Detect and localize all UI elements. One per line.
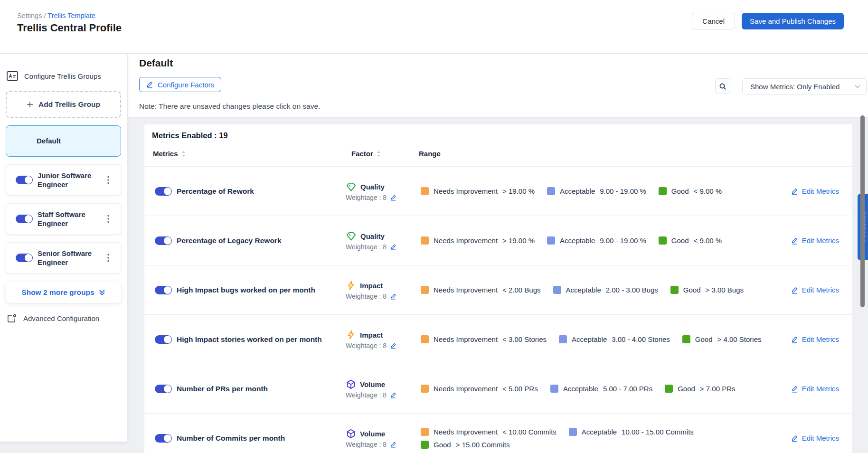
box-gear-icon xyxy=(7,313,17,323)
range-chip-acceptable: Acceptable5.00 - 7.00 PRs xyxy=(550,385,652,393)
range-chip-good: Good< 9.00 % xyxy=(659,187,722,195)
edit-metrics-link[interactable]: Edit Metrics xyxy=(791,364,839,413)
range-value: 9.00 - 19.00 % xyxy=(600,236,646,245)
sort-icon[interactable] xyxy=(181,151,186,157)
group-label-default: Default xyxy=(37,136,103,146)
chevron-down-icon xyxy=(855,85,860,88)
range-value: < 9.00 % xyxy=(694,187,722,195)
show-more-groups-button[interactable]: Show 2 more groups xyxy=(6,282,121,303)
range-swatch-acceptable xyxy=(553,286,561,294)
edit-weightage-icon[interactable] xyxy=(390,194,396,201)
breadcrumb-settings[interactable]: Settings xyxy=(17,12,42,19)
metric-enabled-toggle[interactable] xyxy=(155,187,172,196)
weightage-value: Weightage : 8 xyxy=(346,441,387,448)
save-and-publish-button[interactable]: Save and Publish Changes xyxy=(742,13,844,29)
kebab-menu-icon[interactable] xyxy=(104,174,113,186)
metric-name: Number of PRs per month xyxy=(177,364,340,413)
metric-enabled-toggle[interactable] xyxy=(155,286,172,294)
range-level-label: Good xyxy=(671,236,689,245)
metric-name: High Impact bugs worked on per month xyxy=(177,265,340,314)
kebab-menu-icon[interactable] xyxy=(104,252,113,264)
group-enabled-toggle[interactable] xyxy=(16,176,33,184)
edit-weightage-icon[interactable] xyxy=(390,441,396,448)
add-trellis-group-button[interactable]: Add Trellis Group xyxy=(6,91,121,118)
advanced-configuration-label: Advanced Configuration xyxy=(23,314,99,322)
edit-metrics-link[interactable]: Edit Metrics xyxy=(791,167,839,216)
range-swatch-good xyxy=(421,441,429,449)
vertical-scrollbar[interactable] xyxy=(860,115,865,307)
edit-weightage-icon[interactable] xyxy=(390,244,396,250)
edit-metrics-label: Edit Metrics xyxy=(802,335,839,343)
group-card[interactable]: Senior Software Engineer xyxy=(6,242,121,274)
edit-weightage-icon[interactable] xyxy=(390,293,396,300)
column-range-label: Range xyxy=(419,150,441,158)
show-metrics-dropdown[interactable]: Show Metrics: Only Enabled xyxy=(742,78,867,94)
factor-label: Quality xyxy=(360,232,385,240)
range-swatch-needs_improvement xyxy=(421,428,429,436)
range-cell: Needs Improvement< 5.00 PRsAcceptable5.0… xyxy=(421,364,790,413)
group-card[interactable]: Junior Software Engineer xyxy=(6,164,121,196)
metric-enabled-toggle[interactable] xyxy=(155,434,172,443)
group-enabled-toggle[interactable] xyxy=(16,215,33,223)
advanced-configuration-button[interactable]: Advanced Configuration xyxy=(7,313,127,323)
range-chip-needs_improvement: Needs Improvement> 19.00 % xyxy=(421,187,535,195)
edit-metrics-link[interactable]: Edit Metrics xyxy=(791,265,839,314)
app-header: Settings / Trellis Template Trellis Cent… xyxy=(0,0,868,54)
range-value: > 3.00 Bugs xyxy=(706,286,744,294)
range-level-label: Good xyxy=(434,441,451,449)
metric-enabled-toggle[interactable] xyxy=(155,335,172,344)
edit-metrics-label: Edit Metrics xyxy=(802,434,839,442)
add-trellis-group-label: Add Trellis Group xyxy=(38,100,100,109)
edit-weightage-icon[interactable] xyxy=(390,392,396,398)
metric-enabled-toggle[interactable] xyxy=(155,236,172,245)
show-metrics-dropdown-value: Show Metrics: Only Enabled xyxy=(750,83,855,91)
weightage-value: Weightage : 8 xyxy=(346,243,387,251)
sidebar: Configure Trellis Groups Add Trellis Gro… xyxy=(0,54,127,442)
range-level-label: Needs Improvement xyxy=(434,428,498,436)
table-column-header: Metrics Factor Range xyxy=(144,140,852,166)
edit-metrics-link[interactable]: Edit Metrics xyxy=(791,216,839,265)
quality-icon xyxy=(346,181,357,192)
range-chip-good: Good> 3.00 Bugs xyxy=(670,286,744,294)
factor-label: Quality xyxy=(360,183,385,191)
range-value: 3.00 - 4.00 Stories xyxy=(612,335,670,343)
edit-pencil-icon xyxy=(791,336,798,343)
metric-name: Percentage of Rework xyxy=(177,167,340,216)
edit-weightage-icon[interactable] xyxy=(390,342,396,349)
range-level-label: Needs Improvement xyxy=(434,335,498,343)
configure-factors-label: Configure Factors xyxy=(158,81,214,89)
range-cell: Needs Improvement< 10.00 CommitsAcceptab… xyxy=(421,414,790,453)
range-swatch-good xyxy=(665,385,673,393)
edit-metrics-link[interactable]: Edit Metrics xyxy=(791,414,839,453)
group-card-default[interactable]: Default xyxy=(6,125,121,157)
search-button[interactable] xyxy=(715,78,730,94)
configure-factors-button[interactable]: Configure Factors xyxy=(139,77,221,92)
selected-group-title: Default xyxy=(139,57,173,69)
column-metrics-label: Metrics xyxy=(153,150,178,158)
edit-metrics-label: Edit Metrics xyxy=(802,286,839,294)
show-more-groups-label: Show 2 more groups xyxy=(21,288,94,297)
impact-icon xyxy=(346,280,356,291)
range-swatch-needs_improvement xyxy=(421,385,429,393)
sort-icon[interactable] xyxy=(377,151,381,157)
metric-name: Percentage of Legacy Rework xyxy=(177,216,340,265)
range-level-label: Needs Improvement xyxy=(434,236,498,245)
range-level-label: Needs Improvement xyxy=(434,187,498,195)
volume-icon xyxy=(346,379,356,390)
metric-enabled-toggle[interactable] xyxy=(155,385,172,393)
kebab-menu-icon[interactable] xyxy=(104,213,113,225)
quality-icon xyxy=(346,231,357,242)
range-level-label: Acceptable xyxy=(560,236,595,245)
group-card[interactable]: Staff Software Engineer xyxy=(6,203,121,235)
factor-label: Impact xyxy=(360,282,383,290)
group-label: Junior Software Engineer xyxy=(38,171,104,189)
edit-metrics-link[interactable]: Edit Metrics xyxy=(791,315,839,364)
cancel-button[interactable]: Cancel xyxy=(692,13,735,29)
edit-pencil-icon xyxy=(791,385,798,393)
breadcrumb-trellis-template[interactable]: Trellis Template xyxy=(47,12,95,19)
group-enabled-toggle[interactable] xyxy=(16,254,33,262)
factor-label: Volume xyxy=(360,380,385,388)
range-swatch-needs_improvement xyxy=(421,286,429,294)
range-chip-needs_improvement: Needs Improvement< 3.00 Stories xyxy=(421,335,547,343)
metric-row: Number of PRs per month Volume Weightage… xyxy=(144,364,852,413)
